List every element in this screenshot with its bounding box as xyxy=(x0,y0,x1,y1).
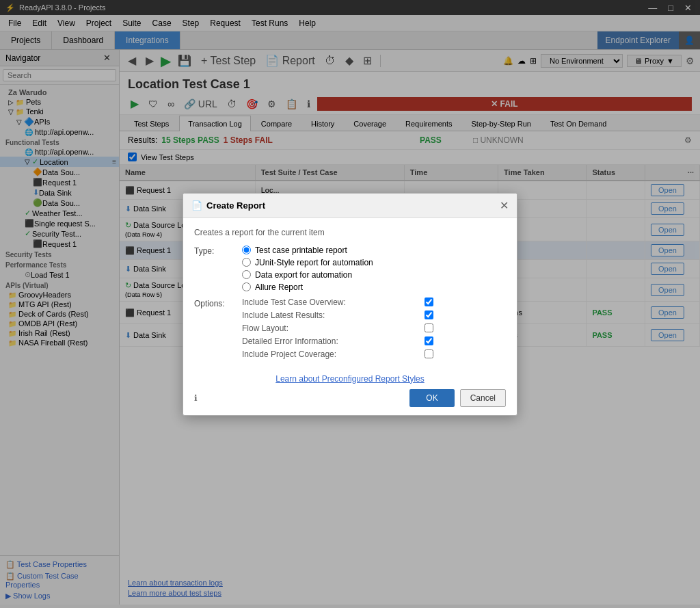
modal-footer: Learn about Preconfigured Report Styles … xyxy=(183,369,517,415)
options-label: Options: xyxy=(194,298,242,308)
cancel-button[interactable]: Cancel xyxy=(460,389,506,407)
option-label: Include Project Coverage: xyxy=(242,349,336,359)
modal-header: 📄 Create Report ✕ xyxy=(183,194,517,218)
option-label: Flow Layout: xyxy=(242,323,288,333)
option-project-coverage-checkbox[interactable] xyxy=(425,349,433,358)
option-project-coverage: Include Project Coverage: xyxy=(242,349,433,359)
modal-overlay[interactable]: 📄 Create Report ✕ Creates a report for t… xyxy=(0,0,700,605)
modal-actions: ℹ OK Cancel xyxy=(194,389,506,407)
learn-report-styles-link[interactable]: Learn about Preconfigured Report Styles xyxy=(275,374,424,384)
option-label: Detailed Error Information: xyxy=(242,336,338,346)
option-include-results-checkbox[interactable] xyxy=(425,310,433,319)
radio-data-export[interactable]: Data export for automation xyxy=(242,270,373,280)
create-report-modal: 📄 Create Report ✕ Creates a report for t… xyxy=(183,193,517,416)
option-flow-layout-checkbox[interactable] xyxy=(425,323,433,332)
ok-button[interactable]: OK xyxy=(409,389,454,407)
modal-body: Creates a report for the current item Ty… xyxy=(183,218,517,369)
radio-junit-input[interactable] xyxy=(242,258,251,267)
type-row: Type: Test case printable report JUnit-S… xyxy=(194,246,506,292)
options-grid: Include Test Case Overview: Include Late… xyxy=(242,298,433,359)
modal-close-button[interactable]: ✕ xyxy=(500,199,509,212)
radio-allure-input[interactable] xyxy=(242,282,251,291)
radio-junit[interactable]: JUnit-Style report for automation xyxy=(242,258,373,267)
radio-data-export-input[interactable] xyxy=(242,270,251,279)
radio-printable-input[interactable] xyxy=(242,246,251,254)
radio-allure[interactable]: Allure Report xyxy=(242,282,373,292)
radio-allure-label: Allure Report xyxy=(255,282,303,292)
modal-title-text: Create Report xyxy=(206,200,265,211)
option-include-overview: Include Test Case Overview: xyxy=(242,298,433,307)
option-flow-layout: Flow Layout: xyxy=(242,323,433,333)
option-label: Include Latest Results: xyxy=(242,310,325,320)
type-radio-group: Test case printable report JUnit-Style r… xyxy=(242,246,373,292)
option-label: Include Test Case Overview: xyxy=(242,298,346,307)
radio-data-export-label: Data export for automation xyxy=(255,270,352,280)
option-error-info: Detailed Error Information: xyxy=(242,336,433,346)
option-error-info-checkbox[interactable] xyxy=(425,336,433,345)
modal-button-group: OK Cancel xyxy=(409,389,506,407)
info-icon[interactable]: ℹ xyxy=(194,393,198,403)
modal-title: 📄 Create Report xyxy=(191,200,265,211)
modal-subtitle: Creates a report for the current item xyxy=(194,228,506,237)
options-section: Options: Include Test Case Overview: Inc… xyxy=(194,298,506,359)
radio-junit-label: JUnit-Style report for automation xyxy=(255,258,373,267)
radio-printable-label: Test case printable report xyxy=(255,246,347,255)
option-include-results: Include Latest Results: xyxy=(242,310,433,320)
option-include-overview-checkbox[interactable] xyxy=(425,298,433,306)
radio-printable[interactable]: Test case printable report xyxy=(242,246,373,255)
type-label: Type: xyxy=(194,246,242,256)
modal-icon: 📄 xyxy=(191,200,202,211)
